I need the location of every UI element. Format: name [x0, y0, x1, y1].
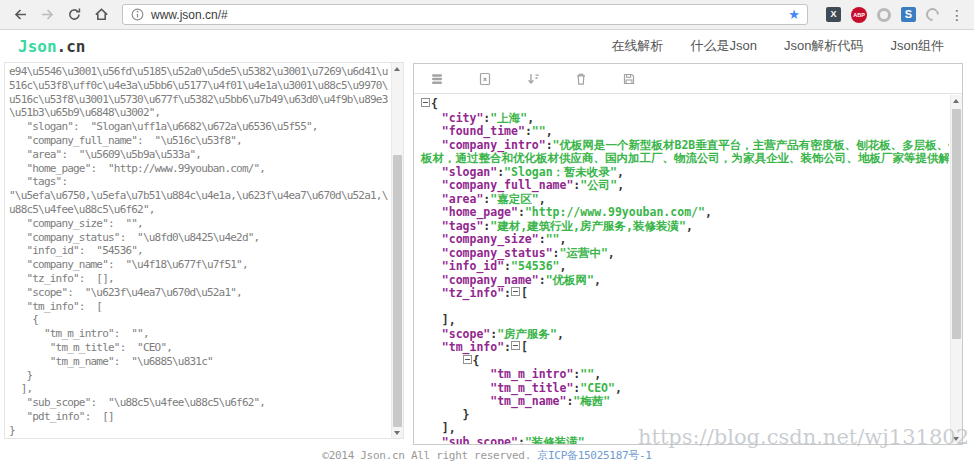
icp-link[interactable]: 京ICP备15025187号-1 — [537, 449, 651, 462]
json-key: "city" — [442, 111, 484, 125]
json-source-line: } — [9, 424, 390, 436]
json-source-line: "company_name": "\u4f18\u677f\u7f51", — [9, 258, 390, 272]
json-source-line: "tz_info": [], — [9, 272, 390, 286]
compress-icon[interactable] — [428, 70, 446, 88]
save-icon[interactable] — [620, 70, 638, 88]
json-value: "梅茜" — [573, 394, 610, 408]
json-source-line: } — [9, 369, 390, 383]
browser-menu-icon[interactable]: ⋮ — [950, 8, 964, 22]
json-punct: , — [557, 327, 564, 341]
json-value: "优板网" — [546, 273, 594, 287]
json-punct: , — [560, 232, 567, 246]
json-key: "tags" — [442, 219, 484, 233]
json-punct: { — [473, 354, 480, 368]
json-source-line: "info_id": "54536", — [9, 244, 390, 258]
scroll-down-arrow-icon[interactable] — [392, 426, 403, 438]
json-source-line: "tm_m_name": "\u6885\u831c" — [9, 355, 390, 369]
json-tree-line: "tags":"建材,建筑行业,房产服务,装修装潢", — [421, 220, 949, 234]
remove-escapes-icon[interactable] — [476, 70, 494, 88]
json-key: "tz_info" — [442, 286, 504, 300]
refresh-button[interactable] — [64, 5, 84, 25]
json-tree-line: 板材，通过整合和优化板材供应商、国内加工厂、物流公司，为家具企业、装饰公司、地板… — [421, 152, 949, 166]
json-source-line: "company_size": "", — [9, 217, 390, 231]
address-bar[interactable]: www.json.cn/# ★ — [122, 4, 808, 25]
json-key: "home_page" — [442, 205, 518, 219]
nav-item-json-parse-code[interactable]: Json解析代码 — [784, 37, 863, 55]
json-tree-line: "info_id":"54536", — [421, 260, 949, 274]
json-tree-line: "tm_m_name":"梅茜" — [421, 395, 949, 409]
extension-s-icon[interactable]: S — [901, 7, 916, 22]
json-tree-line — [421, 301, 949, 315]
json-punct: , — [617, 178, 624, 192]
json-tree-line: { — [421, 355, 949, 369]
collapse-toggle-icon[interactable] — [421, 98, 430, 107]
json-tree-view: { "city":"上海", "found_time":"", "company… — [414, 95, 949, 444]
logo-suffix: .cn — [57, 37, 86, 56]
json-input-textarea[interactable]: e94\u5546\u3001\u56fd\u5185\u52a0\u5de5\… — [9, 65, 390, 436]
scroll-up-arrow-icon[interactable] — [951, 95, 962, 107]
collapse-toggle-icon[interactable] — [511, 287, 520, 296]
json-punct: : — [525, 124, 532, 138]
sort-icon[interactable] — [524, 70, 542, 88]
json-source-line: "tm_info": [ — [9, 300, 390, 314]
json-tree-line: "company_status":"运营中", — [421, 247, 949, 261]
json-source-line: "scope": "\u623f\u4ea7\u670d\u52a1", — [9, 286, 390, 300]
json-punct: : — [539, 232, 546, 246]
forward-button[interactable] — [37, 5, 57, 25]
json-punct: : — [518, 435, 525, 445]
json-value: "装修装潢" — [525, 435, 585, 445]
bookmark-star-icon[interactable]: ★ — [788, 8, 800, 21]
extension-x-icon[interactable]: X — [826, 7, 841, 22]
clear-icon[interactable] — [572, 70, 590, 88]
json-punct: , — [546, 124, 553, 138]
json-punct: , — [615, 381, 622, 395]
json-punct: ], — [442, 421, 456, 435]
json-tree-line: "tm_m_title":"CEO", — [421, 382, 949, 396]
json-source-line: "pdt_info": [] — [9, 410, 390, 424]
json-tree-line: "found_time":"", — [421, 125, 949, 139]
json-source-line: { — [9, 313, 390, 327]
json-source-line: u88c5\u4fee\u88c5\u6f62", — [9, 203, 390, 217]
url-text[interactable]: www.json.cn/# — [151, 8, 228, 22]
json-tree-line: "company_size":"", — [421, 233, 949, 247]
json-input-panel: e94\u5546\u3001\u56fd\u5185\u52a0\u5de5\… — [4, 62, 404, 439]
left-scrollbar[interactable] — [391, 63, 403, 438]
back-button[interactable] — [10, 5, 30, 25]
json-source-line: "area": "\u5609\u5b9a\u533a", — [9, 148, 390, 162]
json-value: "Slogan：暂未收录" — [504, 165, 617, 179]
json-value: "建材,建筑行业,房产服务,装修装潢" — [490, 219, 686, 233]
json-source-line: u516c\u53f8\u3001\u5730\u677f\u5382\u5bb… — [9, 93, 390, 107]
json-punct: : — [539, 273, 546, 287]
json-tree-line: { — [421, 98, 949, 112]
json-source-line: 516c\u53f8\uff0c\u4e3a\u5bb6\u5177\u4f01… — [9, 79, 390, 93]
json-tree-line: "slogan":"Slogan：暂未收录", — [421, 166, 949, 180]
json-source-line: "\u5efa\u6750,\u5efa\u7b51\u884c\u4e1a,\… — [9, 189, 390, 203]
extension-disabled-icon[interactable] — [923, 5, 941, 23]
home-button[interactable] — [91, 5, 111, 25]
json-tree-line: } — [421, 409, 949, 423]
json-value: 板材，通过整合和优化板材供应商、国内加工厂、物流公司，为家具企业、装饰公司、地板… — [421, 151, 949, 165]
collapse-toggle-icon[interactable] — [511, 341, 520, 350]
scrollbar-thumb[interactable] — [393, 155, 402, 427]
json-source-line: "company_full_name": "\u516c\u53f8", — [9, 134, 390, 148]
json-key: "company_size" — [442, 232, 539, 246]
right-scrollbar[interactable] — [950, 95, 962, 444]
nav-item-what-is-json[interactable]: 什么是Json — [691, 37, 757, 55]
extension-ring-icon[interactable] — [877, 8, 891, 22]
nav-item-online-parse[interactable]: 在线解析 — [612, 37, 664, 55]
json-tree-line: "tm_m_intro":"", — [421, 368, 949, 382]
json-tree-line: "company_intro":"优板网是一个新型板材B2B垂直平台，主营产品有… — [421, 139, 949, 153]
json-key: "company_intro" — [442, 138, 546, 152]
json-source-line: "sub_scope": "\u88c5\u4fee\u88c5\u6f62", — [9, 396, 390, 410]
scroll-up-arrow-icon[interactable] — [392, 63, 403, 75]
site-logo[interactable]: Json.cn — [18, 37, 85, 56]
json-punct: , — [585, 435, 592, 445]
json-punct: , — [527, 111, 534, 125]
extension-adblock-icon[interactable]: ABP — [851, 7, 867, 23]
collapse-toggle-icon[interactable] — [463, 355, 472, 364]
json-tree-line: "city":"上海", — [421, 112, 949, 126]
scrollbar-thumb[interactable] — [952, 109, 961, 339]
json-source-line: "company_status": "\u8fd0\u8425\u4e2d", — [9, 231, 390, 245]
page-info-icon[interactable] — [130, 7, 145, 22]
nav-item-json-components[interactable]: Json组件 — [891, 37, 944, 55]
